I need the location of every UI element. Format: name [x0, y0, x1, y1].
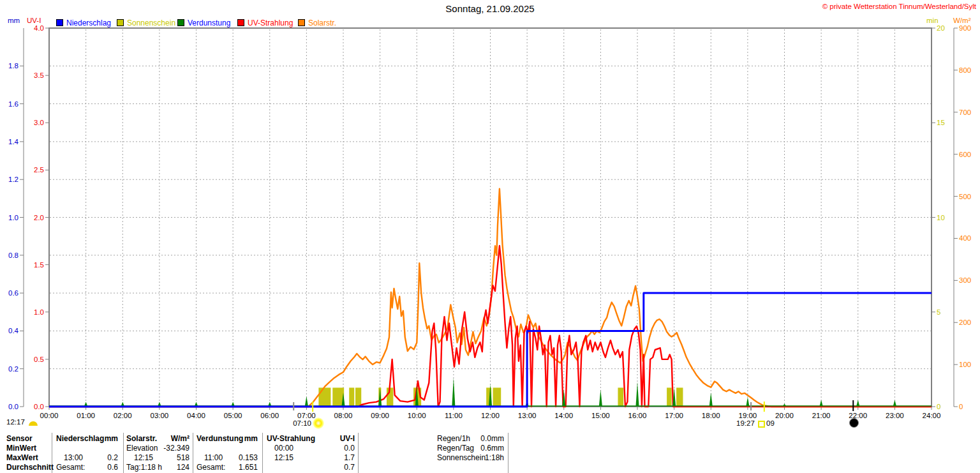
evaporation-spike [893, 400, 896, 406]
moon-phase-new-moon-icon [849, 418, 859, 428]
summary-value: 0.0mm [421, 434, 504, 443]
evaporation-spike [452, 378, 455, 406]
sunshine-bar [618, 387, 623, 406]
evaporation-spike [121, 402, 124, 406]
stats-cell-value: 0.0 [272, 444, 355, 453]
stats-cell-value: 1.7 [272, 453, 355, 462]
stats-cell-value: 0.2 [35, 453, 118, 462]
evaporation-spike [195, 402, 198, 406]
stats-divider [508, 433, 509, 473]
stats-col-unit: mm [175, 434, 258, 443]
chart-plot [0, 0, 980, 473]
stats-cell-value: 0.7 [272, 463, 355, 472]
sunshine-bar [493, 387, 501, 406]
evaporation-spike [856, 400, 859, 406]
sunrise-sun-icon [313, 417, 324, 429]
stats-cell-value: 0.6 [35, 463, 118, 472]
evaporation-spike [268, 402, 271, 406]
stats-col-unit: mm [35, 434, 118, 443]
evaporation-spike [158, 402, 161, 406]
moonrise-moon-icon [29, 421, 38, 426]
evaporation-spike [84, 402, 87, 406]
stats-cell-value: 1.651 [175, 463, 258, 472]
sunshine-bar [355, 387, 361, 406]
sunshine-bar [676, 387, 683, 406]
evaporation-spike [232, 402, 235, 406]
sunset-sun-icon [758, 421, 765, 428]
moonrise-time: 12:17 [6, 418, 25, 426]
sunshine-bar [667, 387, 671, 406]
stats-col-unit: UV-I [272, 434, 355, 443]
evaporation-spike [820, 400, 823, 406]
sunrise-time: 07:10 [286, 419, 311, 428]
stats-cell-value: -32.349 [107, 444, 189, 453]
stats-divider [262, 433, 263, 473]
stats-divider [358, 433, 359, 473]
summary-value: 0.6mm [421, 444, 504, 453]
evaporation-spike [783, 404, 786, 406]
stats-table: SensorMinWertMaxWertDurchschnittNiedersc… [0, 433, 980, 473]
evaporation-spike [599, 389, 602, 406]
sunshine-bar [349, 387, 354, 406]
stats-row-header: MaxWert [6, 453, 38, 462]
stats-row-header: MinWert [6, 444, 36, 453]
sunset-time: 19:27 [736, 419, 755, 428]
summary-value: 1:18h [421, 453, 504, 462]
evaporation-spike [746, 397, 749, 406]
sunshine-bar [318, 387, 330, 406]
stats-cell-value: 0.153 [175, 453, 258, 462]
evaporation-spike [636, 382, 639, 406]
moonset-time-fragment: 09 [766, 419, 775, 428]
evaporation-spike [709, 393, 713, 406]
stats-row-header: Sensor [6, 434, 33, 443]
weather-chart-page: Sonntag, 21.09.2025 © private Wetterstat… [0, 0, 980, 473]
evaporation-spike [305, 396, 308, 406]
